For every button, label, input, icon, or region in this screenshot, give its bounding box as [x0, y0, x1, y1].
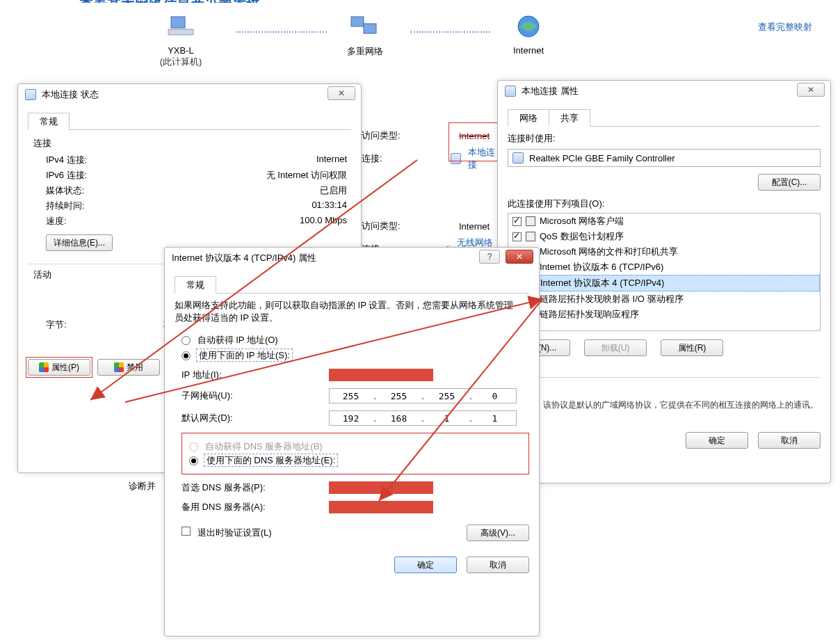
speed-value: 100.0 Mbps: [150, 215, 351, 227]
adapter-name: Realtek PCIe GBE Family Controller: [529, 153, 675, 163]
adapter-icon: [512, 152, 524, 163]
configure-button[interactable]: 配置(C)...: [758, 174, 821, 191]
diagnose-text: 诊断并: [129, 480, 156, 493]
shield-icon: [114, 362, 124, 372]
ipv4-value: Internet: [150, 154, 351, 166]
radio-use-dns[interactable]: [189, 456, 198, 465]
components-listbox[interactable]: Microsoft 网络客户端 QoS 数据包计划程序 Microsoft 网络…: [508, 213, 821, 331]
svg-rect-1: [168, 29, 193, 35]
access-type-label: 访问类型:: [362, 129, 452, 142]
details-button[interactable]: 详细信息(E)...: [46, 234, 113, 251]
group-heading: 连接: [33, 137, 351, 150]
svg-rect-3: [364, 24, 376, 33]
note-text: 如果网络支持此功能，则可以获取自动指派的 IP 设置。否则，您需要从网络系统管理…: [175, 299, 529, 324]
bg-access-panel: 访问类型: Internet 连接: 本地连接 访问类型: Internet 连…: [362, 125, 501, 266]
svg-rect-0: [171, 17, 185, 28]
access-type-value: Internet: [459, 131, 490, 141]
node-computer: YXB-L (此计算机): [139, 14, 223, 68]
view-full-map-link[interactable]: 查看完整映射: [758, 21, 812, 33]
computer-icon: [167, 14, 195, 39]
dns1-label: 首选 DNS 服务器(P):: [181, 481, 321, 494]
checkbox-icon[interactable]: [512, 232, 522, 241]
mask-field[interactable]: 255. 255. 255. 0: [329, 388, 517, 403]
tab-network[interactable]: 网络: [508, 109, 549, 127]
ok-button[interactable]: 确定: [686, 432, 748, 449]
cancel-button[interactable]: 取消: [467, 557, 529, 573]
media-value: 已启用: [150, 184, 351, 197]
window-title: Internet 协议版本 4 (TCP/IPv4) 属性: [172, 252, 316, 264]
ipv4-label: IPv4 连接:: [46, 154, 150, 166]
item-properties-button[interactable]: 属性(R): [661, 339, 723, 356]
window-title: 本地连接 属性: [522, 85, 579, 97]
dns2-field-redacted[interactable]: [329, 501, 433, 513]
tabs: 常规: [175, 275, 529, 294]
help-button[interactable]: ?: [479, 250, 500, 264]
uninstall-button[interactable]: 卸载(U): [584, 339, 647, 356]
media-label: 媒体状态:: [46, 184, 150, 197]
ipv4-window: Internet 协议版本 4 (TCP/IPv4) 属性 ? ✕ 常规 如果网…: [164, 247, 540, 637]
radio-use-ip[interactable]: [181, 351, 191, 360]
tab-share[interactable]: 共享: [549, 109, 590, 127]
shield-icon: [39, 362, 49, 372]
radio-label: 自动获得 DNS 服务器地址(B): [205, 441, 323, 451]
close-button[interactable]: ✕: [328, 86, 355, 100]
close-button[interactable]: ✕: [506, 250, 533, 264]
list-item[interactable]: Microsoft 网络客户端: [508, 214, 820, 229]
list-item-ipv4[interactable]: Internet 协议版本 4 (TCP/IPv4): [508, 275, 820, 291]
properties-window: 本地连接 属性 ✕ 网络 共享 连接时使用: Realtek PCIe GBE …: [497, 80, 831, 483]
items-label: 此连接使用下列项目(O):: [508, 198, 821, 210]
network-icon: [350, 14, 380, 39]
list-item[interactable]: Microsoft 网络的文件和打印机共享: [508, 244, 820, 259]
ip-label: IP 地址(I):: [181, 369, 321, 381]
tabs: 常规: [28, 112, 351, 130]
cancel-button[interactable]: 取消: [758, 432, 821, 449]
ipv6-value: 无 Internet 访问权限: [150, 169, 351, 182]
access-type-value: Internet: [459, 221, 490, 232]
ok-button[interactable]: 确定: [394, 557, 457, 573]
validate-label: 退出时验证设置(L): [197, 527, 272, 538]
radio-auto-ip[interactable]: [181, 336, 191, 345]
description-frame: 描述 TCP/IP。该协议是默认的广域网络协议，它提供在不同的相互连接的网络上的…: [508, 377, 821, 411]
node-multinet: 多重网络: [330, 14, 400, 58]
tab-general[interactable]: 常规: [28, 113, 70, 130]
globe-icon: [516, 14, 541, 39]
close-button[interactable]: ✕: [797, 83, 825, 97]
tab-general[interactable]: 常规: [175, 276, 216, 294]
local-connection-link[interactable]: 本地连接: [468, 146, 501, 171]
tabs: 网络 共享: [508, 109, 821, 127]
description-heading: 描述: [508, 385, 821, 397]
network-icon: [25, 89, 36, 100]
radio-auto-dns[interactable]: [189, 442, 198, 451]
network-icon: [505, 86, 516, 97]
ipv6-label: IPv6 连接:: [46, 169, 150, 182]
dns-highlight-box: 自动获得 DNS 服务器地址(B) 使用下面的 DNS 服务器地址(E):: [181, 433, 529, 474]
node-label: Internet: [494, 45, 563, 56]
radio-label: 使用下面的 IP 地址(S):: [197, 350, 291, 360]
radio-label: 自动获得 IP 地址(O): [197, 335, 278, 345]
component-icon: [526, 216, 535, 226]
disable-button[interactable]: 禁用: [97, 359, 160, 376]
connection-group: 连接 IPv4 连接:Internet IPv6 连接:无 Internet 访…: [28, 137, 351, 251]
validate-checkbox[interactable]: [181, 527, 191, 536]
ip-field-redacted[interactable]: [329, 369, 433, 381]
list-item[interactable]: QoS 数据包计划程序: [508, 229, 820, 244]
checkbox-icon[interactable]: [512, 217, 522, 226]
list-item[interactable]: Internet 协议版本 6 (TCP/IPv6): [508, 259, 820, 275]
bytes-label: 字节:: [46, 319, 150, 331]
node-label: 多重网络: [330, 45, 400, 58]
connections-label: 连接:: [362, 152, 444, 165]
window-title: 本地连接 状态: [42, 88, 99, 101]
radio-label: 使用下面的 DNS 服务器地址(E):: [205, 455, 337, 465]
list-item[interactable]: 链路层拓扑发现映射器 I/O 驱动程序: [508, 291, 820, 307]
list-item[interactable]: 链路层拓扑发现响应程序: [508, 307, 820, 322]
dns1-field-redacted[interactable]: [329, 481, 433, 494]
advanced-button[interactable]: 高级(V)...: [467, 525, 529, 541]
access-type-label: 访问类型:: [362, 220, 452, 232]
gateway-field[interactable]: 192. 168. 1. 1: [329, 410, 517, 426]
speed-label: 速度:: [46, 215, 150, 227]
svg-rect-2: [351, 17, 364, 26]
properties-button[interactable]: 属性(P): [28, 359, 90, 376]
node-label: YXB-L: [139, 45, 223, 56]
network-icon: [451, 153, 461, 164]
duration-value: 01:33:14: [150, 200, 351, 212]
